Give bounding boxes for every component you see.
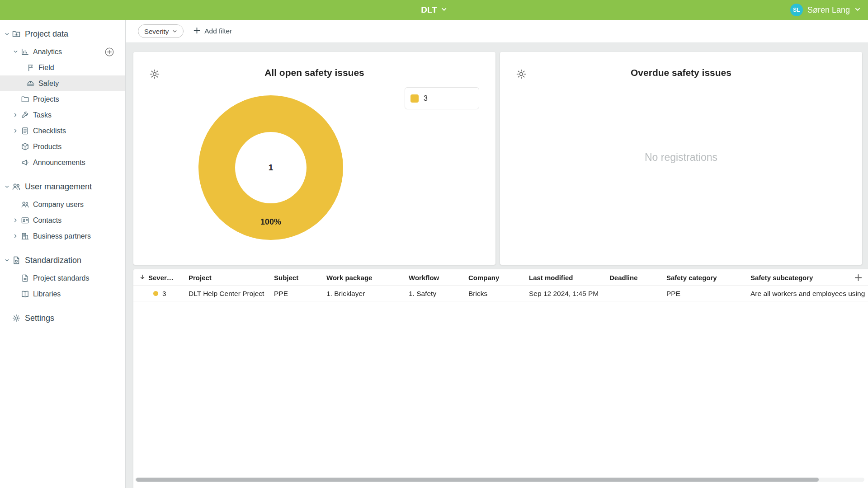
sidebar-item-announcements[interactable]: Announcements xyxy=(0,155,125,170)
sidebar-item-safety[interactable]: Safety xyxy=(0,75,125,91)
col-header-last-modified[interactable]: Last modified xyxy=(529,274,609,282)
sidebar-item-label: Contacts xyxy=(33,216,61,225)
sidebar-item-label: Safety xyxy=(38,80,59,88)
megaphone-icon xyxy=(21,158,29,167)
sidebar-section-project-data[interactable]: Project data xyxy=(0,24,125,44)
col-header-work-package[interactable]: Work package xyxy=(326,274,409,282)
topbar: DLT SL Søren Lang xyxy=(0,0,868,20)
sidebar: Project data Analytics Field Safety Proj… xyxy=(0,20,126,488)
cell-safety-subcategory: Are all workers and employees using xyxy=(750,290,868,298)
cell-last-modified: Sep 12 2024, 1:45 PM xyxy=(529,290,609,298)
sidebar-item-field[interactable]: Field xyxy=(0,60,125,75)
field-flag-icon xyxy=(26,63,35,72)
sidebar-item-projects[interactable]: Projects xyxy=(0,91,125,107)
document-gear-icon xyxy=(12,256,21,265)
sidebar-section-label: Project data xyxy=(25,29,68,39)
chevron-right-icon xyxy=(13,128,19,133)
sidebar-item-label: Products xyxy=(33,143,61,151)
sidebar-item-label: Settings xyxy=(25,314,54,323)
donut-segment-severity-3[interactable]: 1 100% xyxy=(198,95,343,240)
table-row[interactable]: 3 DLT Help Center Project PPE 1. Brickla… xyxy=(133,286,868,301)
sidebar-item-analytics[interactable]: Analytics xyxy=(0,44,125,60)
gear-icon[interactable] xyxy=(515,68,527,80)
horizontal-scrollbar-track[interactable] xyxy=(135,478,864,482)
box-icon xyxy=(21,142,29,151)
chevron-down-icon xyxy=(4,184,9,189)
horizontal-scrollbar-thumb[interactable] xyxy=(136,478,819,482)
legend-value: 3 xyxy=(424,94,428,103)
dashboard-cards: All open safety issues 3 1 100% Overdue … xyxy=(126,43,868,265)
sidebar-section-label: User management xyxy=(25,182,92,192)
safety-helmet-icon xyxy=(26,79,35,88)
chevron-down-icon xyxy=(4,32,9,37)
chevron-right-icon xyxy=(13,218,19,223)
sidebar-item-label: Analytics xyxy=(33,48,62,56)
col-header-deadline[interactable]: Deadline xyxy=(609,274,666,282)
sidebar-section-standardization[interactable]: Standardization xyxy=(0,250,125,270)
users-icon xyxy=(12,182,21,191)
sidebar-item-contacts[interactable]: Contacts xyxy=(0,212,125,228)
book-icon xyxy=(21,290,29,298)
cell-workflow: 1. Safety xyxy=(409,290,468,298)
chevron-down-icon xyxy=(172,28,177,35)
add-dashboard-button[interactable] xyxy=(104,47,114,57)
col-header-subject[interactable]: Subject xyxy=(274,274,326,282)
add-column-button[interactable] xyxy=(848,274,868,282)
main-content: Severity Add filter All open safety issu… xyxy=(126,20,868,488)
cell-safety-category: PPE xyxy=(666,290,750,298)
chevron-right-icon xyxy=(13,113,19,117)
sidebar-item-checklists[interactable]: Checklists xyxy=(0,123,125,139)
gear-icon[interactable] xyxy=(149,68,160,80)
sidebar-item-label: Announcements xyxy=(33,159,85,167)
chevron-right-icon xyxy=(13,234,19,239)
user-name: Søren Lang xyxy=(807,5,850,15)
sidebar-item-products[interactable]: Products xyxy=(0,139,125,155)
avatar: SL xyxy=(790,4,803,16)
sidebar-item-project-standards[interactable]: Project standards xyxy=(0,270,125,286)
col-header-severity[interactable]: Sever… xyxy=(133,274,189,282)
sidebar-item-settings[interactable]: Settings xyxy=(0,308,125,328)
sidebar-item-libraries[interactable]: Libraries xyxy=(0,286,125,302)
checklist-icon xyxy=(21,127,29,135)
sidebar-item-company-users[interactable]: Company users xyxy=(0,197,125,212)
user-menu[interactable]: SL Søren Lang xyxy=(790,0,861,20)
folder-icon xyxy=(21,95,29,103)
col-header-project[interactable]: Project xyxy=(189,274,274,282)
app-switcher[interactable]: DLT xyxy=(421,0,447,20)
table-header-row: Sever… Project Subject Work package Work… xyxy=(133,269,868,286)
sidebar-item-label: Projects xyxy=(33,95,59,103)
empty-state-message: No registrations xyxy=(500,151,862,164)
add-filter-button[interactable]: Add filter xyxy=(193,27,232,36)
sidebar-item-label: Checklists xyxy=(33,127,66,135)
card-overdue-safety-issues: Overdue safety issues No registrations xyxy=(500,52,862,265)
sidebar-item-business-partners[interactable]: Business partners xyxy=(0,228,125,244)
severity-filter-chip[interactable]: Severity xyxy=(138,24,184,38)
donut-percent-label: 100% xyxy=(260,217,281,227)
document-icon xyxy=(21,274,29,282)
add-filter-label: Add filter xyxy=(204,27,232,35)
sidebar-section-user-management[interactable]: User management xyxy=(0,177,125,197)
project-folder-icon xyxy=(12,29,21,38)
sidebar-item-label: Company users xyxy=(33,201,84,209)
sidebar-item-tasks[interactable]: Tasks xyxy=(0,107,125,123)
building-icon xyxy=(21,232,29,240)
col-header-safety-category[interactable]: Safety category xyxy=(666,274,750,282)
sidebar-item-label: Field xyxy=(38,64,54,72)
chart-legend-item[interactable]: 3 xyxy=(405,87,479,109)
cell-work-package: 1. Bricklayer xyxy=(326,290,409,298)
col-header-workflow[interactable]: Workflow xyxy=(409,274,468,282)
app-name: DLT xyxy=(421,5,437,15)
chevron-down-icon xyxy=(13,49,19,54)
col-header-company[interactable]: Company xyxy=(468,274,529,282)
severity-dot xyxy=(153,291,158,296)
card-all-open-safety-issues: All open safety issues 3 1 100% xyxy=(133,52,495,265)
cell-subject: PPE xyxy=(274,290,326,298)
card-title: All open safety issues xyxy=(133,67,495,78)
cell-severity: 3 xyxy=(133,290,189,298)
donut-center-value: 1 xyxy=(235,132,307,203)
plus-icon xyxy=(193,27,200,36)
chevron-down-icon xyxy=(441,5,447,15)
chevron-down-icon xyxy=(4,258,9,263)
col-header-safety-subcategory[interactable]: Safety subcategory xyxy=(750,274,848,282)
legend-swatch xyxy=(410,94,419,103)
